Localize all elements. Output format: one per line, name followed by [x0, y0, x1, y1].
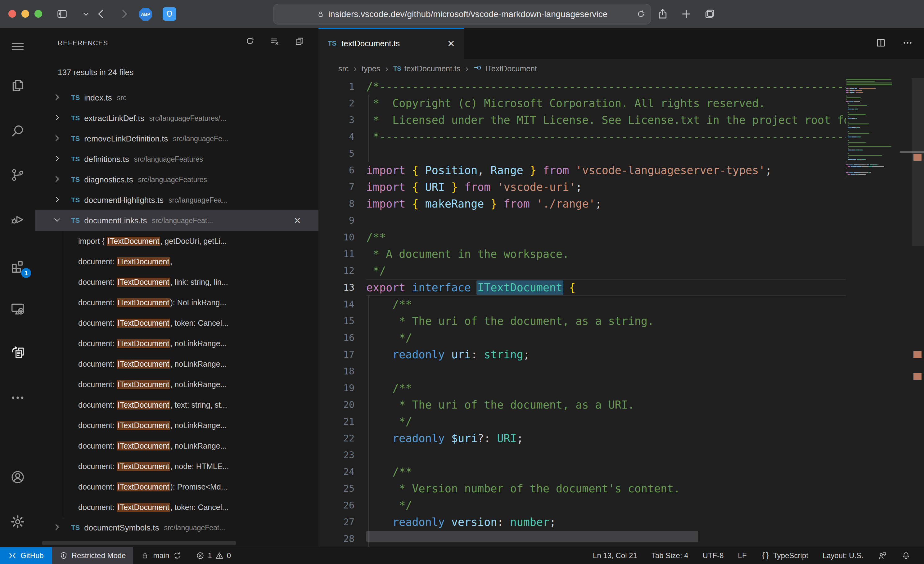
line-number[interactable]: 13 [318, 279, 366, 296]
match-result-row[interactable]: document: ITextDocument, link: string, l… [35, 272, 318, 292]
collapse-all-icon[interactable] [294, 36, 305, 46]
overview-ruler[interactable] [900, 78, 924, 547]
match-result-row[interactable]: document: ITextDocument, token: Cancel..… [35, 497, 318, 518]
line-number[interactable]: 7 [318, 179, 366, 196]
code-line-14[interactable]: /** [366, 296, 846, 313]
code-editor[interactable]: 1234567891011121314151617181920212223242… [318, 78, 924, 547]
split-editor-icon[interactable] [876, 37, 886, 49]
problems-indicator[interactable]: 1 0 [189, 547, 238, 564]
file-result-row-definitions.ts[interactable]: TSdefinitions.tssrc/languageFeatures [35, 149, 318, 169]
language-mode[interactable]: {}TypeScript [754, 547, 815, 564]
line-number[interactable]: 22 [318, 430, 366, 447]
file-result-row-documentLinks.ts[interactable]: TSdocumentLinks.tssrc/languageFeat...✕ [35, 210, 318, 231]
line-number[interactable]: 28 [318, 531, 366, 547]
code-line-13[interactable]: export interface ITextDocument { [366, 279, 846, 296]
file-result-row-documentSymbols.ts[interactable]: TSdocumentSymbols.tssrc/languageFeat... [35, 518, 318, 538]
tab-size[interactable]: Tab Size: 4 [644, 547, 696, 564]
code-line-23[interactable] [366, 447, 846, 464]
line-number[interactable]: 6 [318, 162, 366, 179]
line-number[interactable]: 26 [318, 497, 366, 514]
line-number[interactable]: 9 [318, 212, 366, 229]
code-line-3[interactable]: * Licensed under the MIT License. See Li… [366, 112, 846, 129]
activity-item-explorer[interactable] [0, 71, 35, 101]
file-result-row-documentHighlights.ts[interactable]: TSdocumentHighlights.tssrc/languageFea..… [35, 190, 318, 210]
line-number[interactable]: 19 [318, 380, 366, 396]
match-result-row[interactable]: document: ITextDocument, noLinkRange... [35, 435, 318, 456]
dismiss-file-icon[interactable]: ✕ [292, 215, 303, 226]
code-line-11[interactable]: * A document in the workspace. [366, 246, 846, 262]
eol[interactable]: LF [731, 547, 754, 564]
match-result-row[interactable]: document: ITextDocument, noLinkRange... [35, 415, 318, 435]
back-icon[interactable] [92, 0, 111, 28]
line-number[interactable]: 23 [318, 447, 366, 464]
code-line-24[interactable]: /** [366, 464, 846, 480]
share-icon[interactable] [653, 0, 672, 28]
chevron-right-icon[interactable] [52, 113, 63, 123]
line-number[interactable]: 5 [318, 145, 366, 162]
keyboard-layout[interactable]: Layout: U.S. [815, 547, 871, 564]
chevron-down-icon[interactable] [52, 215, 63, 226]
breadcrumb-item-textDocument.ts[interactable]: TStextDocument.ts [393, 64, 460, 73]
line-number[interactable]: 1 [318, 78, 366, 95]
match-result-row[interactable]: document: ITextDocument): Promise<Md... [35, 477, 318, 497]
code-line-17[interactable]: readonly uri: string; [366, 346, 846, 363]
line-number[interactable]: 12 [318, 262, 366, 279]
horizontal-scrollbar-thumb[interactable] [366, 531, 698, 542]
line-number[interactable]: 18 [318, 363, 366, 380]
line-number[interactable]: 25 [318, 480, 366, 497]
activity-item-extensions[interactable]: 1 [0, 251, 35, 281]
vertical-scrollbar-thumb[interactable] [912, 78, 924, 246]
feedback-icon[interactable] [871, 547, 894, 564]
encoding[interactable]: UTF-8 [696, 547, 731, 564]
line-number[interactable]: 4 [318, 129, 366, 145]
code-line-21[interactable]: */ [366, 413, 846, 430]
sidebar-toggle-icon[interactable] [52, 0, 72, 28]
activity-item-more-views[interactable] [0, 383, 35, 413]
activity-item-references-view[interactable] [0, 339, 35, 368]
line-number[interactable]: 14 [318, 296, 366, 313]
zoom-window-button[interactable] [34, 10, 42, 18]
line-number[interactable]: 21 [318, 413, 366, 430]
code-line-10[interactable]: /** [366, 229, 846, 246]
line-number[interactable]: 27 [318, 514, 366, 531]
chevron-right-icon[interactable] [52, 522, 63, 533]
sidebar-horizontal-scrollbar[interactable] [42, 541, 236, 545]
match-result-row[interactable]: document: ITextDocument, token: Cancel..… [35, 313, 318, 333]
line-number[interactable]: 17 [318, 346, 366, 363]
code-line-12[interactable]: */ [366, 262, 846, 279]
line-number[interactable]: 16 [318, 329, 366, 346]
code-line-19[interactable]: /** [366, 380, 846, 396]
line-number[interactable]: 3 [318, 112, 366, 129]
line-number[interactable]: 20 [318, 396, 366, 413]
file-result-row-extractLinkDef.ts[interactable]: TSextractLinkDef.tssrc/languageFeatures/… [35, 108, 318, 129]
line-number[interactable]: 10 [318, 229, 366, 246]
match-result-row[interactable]: document: ITextDocument, noLinkRange... [35, 354, 318, 374]
code-content[interactable]: /*--------------------------------------… [366, 78, 846, 547]
code-line-2[interactable]: * Copyright (c) Microsoft Corporation. A… [366, 95, 846, 112]
minimize-window-button[interactable] [21, 10, 29, 18]
refresh-icon[interactable] [244, 36, 255, 46]
abp-extension-icon[interactable]: ABP [139, 8, 152, 21]
bitwarden-extension-icon[interactable] [163, 7, 176, 21]
file-result-row-diagnostics.ts[interactable]: TSdiagnostics.tssrc/languageFeatures [35, 169, 318, 190]
tab-overview-icon[interactable] [700, 0, 720, 28]
match-result-row[interactable]: document: ITextDocument, noLinkRange... [35, 333, 318, 354]
code-line-8[interactable]: import { makeRange } from './range'; [366, 196, 846, 212]
breadcrumb-item-types[interactable]: types [362, 64, 380, 73]
code-line-4[interactable]: *---------------------------------------… [366, 129, 846, 145]
new-tab-icon[interactable] [676, 0, 696, 28]
code-line-26[interactable]: */ [366, 497, 846, 514]
code-line-16[interactable]: */ [366, 329, 846, 346]
line-number[interactable]: 24 [318, 464, 366, 480]
code-line-15[interactable]: * The uri of the document, as a string. [366, 313, 846, 329]
tab-textdocument[interactable]: TS textDocument.ts ✕ [318, 28, 464, 59]
close-tab-icon[interactable]: ✕ [447, 38, 455, 49]
reload-icon[interactable] [636, 10, 646, 19]
line-number[interactable]: 8 [318, 196, 366, 212]
activity-item-source-control[interactable] [0, 161, 35, 190]
code-line-18[interactable] [366, 363, 846, 380]
branch-indicator[interactable]: main [133, 547, 189, 564]
code-line-9[interactable] [366, 212, 846, 229]
chevron-right-icon[interactable] [52, 93, 63, 103]
chevron-right-icon[interactable] [52, 133, 63, 144]
